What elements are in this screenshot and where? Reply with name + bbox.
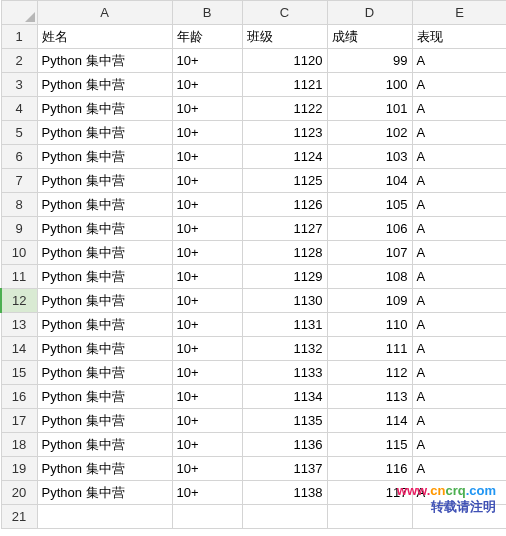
cell-E21[interactable] — [412, 505, 506, 529]
cell-A16[interactable]: Python 集中营 — [37, 385, 172, 409]
cell-C15[interactable]: 1133 — [242, 361, 327, 385]
spreadsheet-grid[interactable]: A B C D E 1姓名年龄班级成绩表现2Python 集中营10+11209… — [0, 0, 506, 529]
cell-A4[interactable]: Python 集中营 — [37, 97, 172, 121]
cell-A21[interactable] — [37, 505, 172, 529]
col-header-d[interactable]: D — [327, 1, 412, 25]
row-header-8[interactable]: 8 — [1, 193, 37, 217]
cell-D7[interactable]: 104 — [327, 169, 412, 193]
col-header-b[interactable]: B — [172, 1, 242, 25]
cell-D18[interactable]: 115 — [327, 433, 412, 457]
cell-E16[interactable]: A — [412, 385, 506, 409]
cell-E10[interactable]: A — [412, 241, 506, 265]
cell-C7[interactable]: 1125 — [242, 169, 327, 193]
row-header-20[interactable]: 20 — [1, 481, 37, 505]
cell-D9[interactable]: 106 — [327, 217, 412, 241]
row-header-17[interactable]: 17 — [1, 409, 37, 433]
cell-B18[interactable]: 10+ — [172, 433, 242, 457]
cell-D11[interactable]: 108 — [327, 265, 412, 289]
row-header-2[interactable]: 2 — [1, 49, 37, 73]
cell-A11[interactable]: Python 集中营 — [37, 265, 172, 289]
cell-B10[interactable]: 10+ — [172, 241, 242, 265]
row-header-14[interactable]: 14 — [1, 337, 37, 361]
row-header-6[interactable]: 6 — [1, 145, 37, 169]
cell-A13[interactable]: Python 集中营 — [37, 313, 172, 337]
cell-E12[interactable]: A — [412, 289, 506, 313]
cell-D19[interactable]: 116 — [327, 457, 412, 481]
cell-D4[interactable]: 101 — [327, 97, 412, 121]
cell-A2[interactable]: Python 集中营 — [37, 49, 172, 73]
row-header-16[interactable]: 16 — [1, 385, 37, 409]
cell-B8[interactable]: 10+ — [172, 193, 242, 217]
cell-B17[interactable]: 10+ — [172, 409, 242, 433]
row-header-18[interactable]: 18 — [1, 433, 37, 457]
cell-B14[interactable]: 10+ — [172, 337, 242, 361]
cell-B4[interactable]: 10+ — [172, 97, 242, 121]
cell-D12[interactable]: 109 — [327, 289, 412, 313]
cell-E7[interactable]: A — [412, 169, 506, 193]
cell-E2[interactable]: A — [412, 49, 506, 73]
cell-C21[interactable] — [242, 505, 327, 529]
cell-B19[interactable]: 10+ — [172, 457, 242, 481]
cell-E6[interactable]: A — [412, 145, 506, 169]
cell-A12[interactable]: Python 集中营 — [37, 289, 172, 313]
cell-E11[interactable]: A — [412, 265, 506, 289]
cell-D20[interactable]: 117 — [327, 481, 412, 505]
select-all-corner[interactable] — [1, 1, 37, 25]
cell-D13[interactable]: 110 — [327, 313, 412, 337]
cell-B7[interactable]: 10+ — [172, 169, 242, 193]
cell-A18[interactable]: Python 集中营 — [37, 433, 172, 457]
cell-C2[interactable]: 1120 — [242, 49, 327, 73]
cell-E13[interactable]: A — [412, 313, 506, 337]
row-header-15[interactable]: 15 — [1, 361, 37, 385]
cell-D21[interactable] — [327, 505, 412, 529]
cell-D1[interactable]: 成绩 — [327, 25, 412, 49]
cell-E9[interactable]: A — [412, 217, 506, 241]
row-header-3[interactable]: 3 — [1, 73, 37, 97]
cell-D10[interactable]: 107 — [327, 241, 412, 265]
cell-E14[interactable]: A — [412, 337, 506, 361]
cell-A9[interactable]: Python 集中营 — [37, 217, 172, 241]
col-header-e[interactable]: E — [412, 1, 506, 25]
cell-C4[interactable]: 1122 — [242, 97, 327, 121]
cell-E18[interactable]: A — [412, 433, 506, 457]
cell-C16[interactable]: 1134 — [242, 385, 327, 409]
cell-B15[interactable]: 10+ — [172, 361, 242, 385]
cell-E1[interactable]: 表现 — [412, 25, 506, 49]
cell-A1[interactable]: 姓名 — [37, 25, 172, 49]
cell-C14[interactable]: 1132 — [242, 337, 327, 361]
cell-C19[interactable]: 1137 — [242, 457, 327, 481]
cell-B16[interactable]: 10+ — [172, 385, 242, 409]
cell-E4[interactable]: A — [412, 97, 506, 121]
cell-B5[interactable]: 10+ — [172, 121, 242, 145]
col-header-c[interactable]: C — [242, 1, 327, 25]
cell-D8[interactable]: 105 — [327, 193, 412, 217]
cell-A14[interactable]: Python 集中营 — [37, 337, 172, 361]
cell-C8[interactable]: 1126 — [242, 193, 327, 217]
cell-E3[interactable]: A — [412, 73, 506, 97]
cell-E17[interactable]: A — [412, 409, 506, 433]
cell-D16[interactable]: 113 — [327, 385, 412, 409]
cell-C3[interactable]: 1121 — [242, 73, 327, 97]
cell-C13[interactable]: 1131 — [242, 313, 327, 337]
row-header-5[interactable]: 5 — [1, 121, 37, 145]
cell-D14[interactable]: 111 — [327, 337, 412, 361]
cell-A3[interactable]: Python 集中营 — [37, 73, 172, 97]
cell-E15[interactable]: A — [412, 361, 506, 385]
cell-B9[interactable]: 10+ — [172, 217, 242, 241]
cell-A8[interactable]: Python 集中营 — [37, 193, 172, 217]
cell-C17[interactable]: 1135 — [242, 409, 327, 433]
cell-E20[interactable]: A — [412, 481, 506, 505]
row-header-10[interactable]: 10 — [1, 241, 37, 265]
cell-A17[interactable]: Python 集中营 — [37, 409, 172, 433]
cell-E5[interactable]: A — [412, 121, 506, 145]
cell-B12[interactable]: 10+ — [172, 289, 242, 313]
col-header-a[interactable]: A — [37, 1, 172, 25]
cell-B6[interactable]: 10+ — [172, 145, 242, 169]
cell-E8[interactable]: A — [412, 193, 506, 217]
cell-A15[interactable]: Python 集中营 — [37, 361, 172, 385]
cell-E19[interactable]: A — [412, 457, 506, 481]
cell-B1[interactable]: 年龄 — [172, 25, 242, 49]
row-header-19[interactable]: 19 — [1, 457, 37, 481]
row-header-1[interactable]: 1 — [1, 25, 37, 49]
cell-D2[interactable]: 99 — [327, 49, 412, 73]
